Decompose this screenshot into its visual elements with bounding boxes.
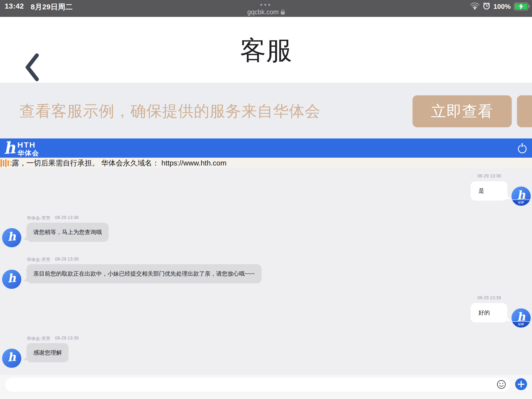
alarm-icon [483,2,490,11]
view-now-button-partial[interactable] [517,95,532,127]
message-timestamp: 08-29 13:38 [55,215,79,221]
vip-badge: VIP [511,200,531,206]
message-group: 华体会-芳芳 08-29 13:39 亲目前您的取款正在出款中，小妹已经提交相关… [0,257,532,289]
sender-name: 华体会-芳芳 [27,336,50,342]
message-text: 感谢您理解 [33,349,62,356]
smiley-icon [496,386,506,390]
chat-area: 08-29 13:38 是 h VIP 华体会-芳芳 08-29 13:38 请… [0,168,532,375]
battery-percent: 100% [494,3,511,11]
vip-badge: VIP [511,321,531,328]
user-avatar: h VIP [511,187,531,206]
avatar-h-icon: h [2,271,21,285]
add-button[interactable] [515,378,527,390]
battery-charging-icon [514,3,528,10]
message-group: 华体会-芳芳 08-29 13:39 感谢您理解 h [0,336,532,368]
message-group: 08-29 13:38 是 h VIP [0,174,532,206]
message-bubble: 亲目前您的取款正在出款中，小妹已经提交相关部门优先处理出款了亲，请您放心哦~~~ [26,264,262,283]
promo-banner: 查看客服示例，确保提供的服务来自华体会 立即查看 [0,83,532,138]
url-text: gqcbk.com [247,8,279,16]
message-timestamp: 08-29 13:39 [55,257,79,263]
power-button[interactable] [517,143,527,154]
message-text: 是 [478,188,484,194]
message-text: 亲目前您的取款正在出款中，小妹已经提交相关部门优先处理出款了亲，请您放心哦~~~ [33,270,255,277]
screen: 13:42 8月29日周二 ••• gqcbk.com [0,0,532,399]
message-input[interactable] [5,378,510,392]
emoji-button[interactable] [496,379,507,390]
tab-dots-icon: ••• [0,2,532,7]
wifi-icon [470,2,480,11]
status-bar: 13:42 8月29日周二 ••• gqcbk.com [0,0,532,17]
announcement-icon [1,159,9,167]
agent-avatar: h [2,270,21,289]
page-title: 客服 [0,32,532,68]
message-bubble: 请您稍等，马上为您查询哦 [26,223,109,242]
bubble-tail [23,235,29,240]
bubble-tail [23,355,29,360]
message-group: 华体会-芳芳 08-29 13:38 请您稍等，马上为您查询哦 h [0,215,532,247]
bubble-tail [506,316,511,321]
logo-name-en: HTH [17,141,39,149]
view-now-button[interactable]: 立即查看 [413,95,512,127]
agent-avatar: h [2,349,21,368]
message-bubble: 是 [471,181,507,201]
avatar-h-icon: h [2,350,21,364]
notice-text: :露，一切后果需自行承担。 华体会永久域名： https://www.hth.c… [10,158,227,168]
agent-avatar: h [2,228,21,247]
message-text: 请您稍等，马上为您查询哦 [33,229,102,235]
composer-bar [0,375,532,399]
lock-icon [281,11,285,15]
page-header: 客服 [0,17,532,83]
bubble-tail [506,194,511,199]
logo-name-cn: 华体会 [17,150,39,156]
notice-bar: :露，一切后果需自行承担。 华体会永久域名： https://www.hth.c… [0,158,532,168]
power-icon [518,145,527,153]
message-group: 08-29 13:39 好的 h VIP [0,295,532,327]
message-bubble: 感谢您理解 [26,343,69,362]
message-timestamp: 08-29 13:39 [55,336,79,342]
hth-logo: h HTH 华体会 [4,139,39,157]
brand-bar: h HTH 华体会 [0,138,532,158]
sender-name: 华体会-芳芳 [27,215,50,221]
message-text: 好的 [478,309,490,316]
avatar-h-icon: h [2,229,21,244]
sender-name: 华体会-芳芳 [27,257,50,263]
message-timestamp: 08-29 13:39 [458,295,520,301]
bubble-tail [23,276,29,281]
banner-message: 查看客服示例，确保提供的服务来自华体会 [19,101,321,122]
logo-h-icon: h [3,139,16,158]
user-avatar: h VIP [511,308,531,328]
message-bubble: 好的 [471,303,507,322]
message-timestamp: 08-29 13:38 [458,174,520,179]
